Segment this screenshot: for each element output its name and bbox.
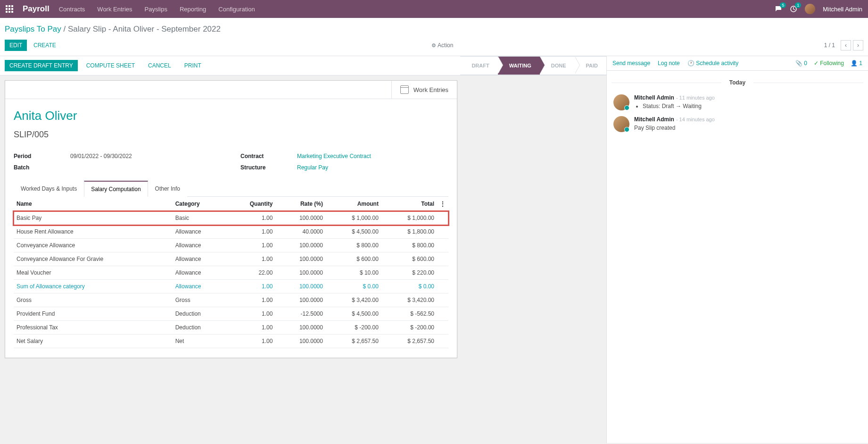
pager-next[interactable]: › <box>853 40 863 50</box>
send-message-button[interactable]: Send message <box>612 60 650 67</box>
message-author[interactable]: Mitchell Admin <box>634 94 674 101</box>
cell-total: $ 600.00 <box>381 252 437 266</box>
employee-name[interactable]: Anita Oliver <box>14 109 448 123</box>
tab-worked-days[interactable]: Worked Days & Inputs <box>14 181 84 197</box>
cell-qty: 1.00 <box>226 307 275 321</box>
cell-total: $ -200.00 <box>381 321 437 335</box>
table-row[interactable]: Professional TaxDeduction1.00100.0000$ -… <box>14 321 448 335</box>
table-row[interactable]: GrossGross1.00100.0000$ 3,420.00$ 3,420.… <box>14 293 448 307</box>
message-avatar[interactable] <box>613 94 629 110</box>
chatter-message: Mitchell Admin- 11 minutes agoStatus: Dr… <box>607 92 868 113</box>
apps-icon[interactable] <box>6 5 13 13</box>
table-options-icon[interactable]: ⋮ <box>437 197 448 211</box>
cell-total: $ 1,800.00 <box>381 225 437 239</box>
status-bar: CREATE DRAFT ENTRY COMPUTE SHEET CANCEL … <box>0 56 606 75</box>
tab-salary-computation[interactable]: Salary Computation <box>84 181 148 197</box>
table-row[interactable]: Provident FundDeduction1.00-12.5000$ 4,5… <box>14 307 448 321</box>
print-button[interactable]: PRINT <box>180 60 206 71</box>
th-quantity[interactable]: Quantity <box>226 197 275 211</box>
navbar-menu: Contracts Work Entries Payslips Reportin… <box>59 6 255 13</box>
table-row[interactable]: Meal VoucherAllowance22.00100.0000$ 10.0… <box>14 266 448 280</box>
edit-button[interactable]: EDIT <box>5 40 27 51</box>
cell-total: $ 2,657.50 <box>381 335 437 348</box>
cell-category: Deduction <box>173 307 227 321</box>
nav-payslips[interactable]: Payslips <box>145 6 167 13</box>
message-avatar[interactable] <box>613 116 629 132</box>
form-sheet: Work Entries Anita Oliver SLIP/005 Perio… <box>5 80 457 358</box>
message-time: - 11 minutes ago <box>676 95 715 101</box>
attachment-count[interactable]: 📎 0 <box>795 60 807 67</box>
cell-total: $ 220.00 <box>381 266 437 280</box>
message-time: - 14 minutes ago <box>676 117 715 122</box>
step-done[interactable]: DONE <box>540 56 575 75</box>
cell-qty: 1.00 <box>226 211 275 225</box>
cell-amount: $ 4,500.00 <box>326 225 381 239</box>
cell-category: Deduction <box>173 321 227 335</box>
period-value: 09/01/2022 - 09/30/2022 <box>70 153 132 159</box>
schedule-activity-button[interactable]: 🕐 Schedule activity <box>687 60 738 67</box>
followers-count[interactable]: 👤 1 <box>851 60 862 67</box>
activity-icon[interactable]: 1 <box>790 5 797 13</box>
step-waiting[interactable]: WAITING <box>498 56 540 75</box>
chatter-panel: Send message Log note 🕐 Schedule activit… <box>606 56 868 443</box>
nav-contracts[interactable]: Contracts <box>59 6 85 13</box>
tab-other-info[interactable]: Other Info <box>148 181 187 197</box>
brand[interactable]: Payroll <box>23 4 50 14</box>
cell-category: Allowance <box>173 225 227 239</box>
action-dropdown[interactable]: Action <box>431 42 453 49</box>
th-name[interactable]: Name <box>14 197 173 211</box>
table-row[interactable]: Conveyance Allowance For GravieAllowance… <box>14 252 448 266</box>
contract-value[interactable]: Marketing Executive Contract <box>297 153 371 159</box>
table-row[interactable]: Basic PayBasic1.00100.0000$ 1,000.00$ 1,… <box>14 211 448 225</box>
table-row[interactable]: Conveyance AllowanceAllowance1.00100.000… <box>14 239 448 252</box>
period-label: Period <box>14 153 70 159</box>
cell-name: Conveyance Allowance <box>14 239 173 252</box>
create-button[interactable]: CREATE <box>29 40 61 51</box>
navbar: Payroll Contracts Work Entries Payslips … <box>0 0 868 18</box>
breadcrumb-parent[interactable]: Payslips To Pay <box>5 25 61 34</box>
cell-category: Allowance <box>173 252 227 266</box>
cell-qty: 1.00 <box>226 239 275 252</box>
th-amount[interactable]: Amount <box>326 197 381 211</box>
user-avatar[interactable] <box>805 4 815 14</box>
compute-sheet-button[interactable]: COMPUTE SHEET <box>82 60 140 71</box>
cell-rate: 40.0000 <box>275 225 326 239</box>
cell-total: $ 800.00 <box>381 239 437 252</box>
cell-name: Net Salary <box>14 335 173 348</box>
message-content: Pay Slip created <box>634 125 861 131</box>
table-row[interactable]: Net SalaryNet1.00100.0000$ 2,657.50$ 2,6… <box>14 335 448 348</box>
pager-prev[interactable]: ‹ <box>841 40 851 50</box>
create-draft-entry-button[interactable]: CREATE DRAFT ENTRY <box>5 60 78 71</box>
work-entries-button[interactable]: Work Entries <box>391 81 457 99</box>
user-name[interactable]: Mitchell Admin <box>823 6 862 13</box>
cell-name: Sum of Allowance category <box>14 280 173 293</box>
cell-total: $ 1,000.00 <box>381 211 437 225</box>
nav-configuration[interactable]: Configuration <box>218 6 255 13</box>
th-rate[interactable]: Rate (%) <box>275 197 326 211</box>
cell-name: Basic Pay <box>14 211 173 225</box>
cell-qty: 1.00 <box>226 321 275 335</box>
cancel-button[interactable]: CANCEL <box>143 60 176 71</box>
table-row[interactable]: House Rent AllowanceAllowance1.0040.0000… <box>14 225 448 239</box>
cell-amount: $ 10.00 <box>326 266 381 280</box>
nav-reporting[interactable]: Reporting <box>180 6 206 13</box>
th-category[interactable]: Category <box>173 197 227 211</box>
cell-name: Professional Tax <box>14 321 173 335</box>
structure-value[interactable]: Regular Pay <box>297 164 328 171</box>
message-author[interactable]: Mitchell Admin <box>634 116 674 123</box>
cell-amount: $ 2,657.50 <box>326 335 381 348</box>
cell-amount: $ 1,000.00 <box>326 211 381 225</box>
th-total[interactable]: Total <box>381 197 437 211</box>
cell-qty: 1.00 <box>226 293 275 307</box>
nav-work-entries[interactable]: Work Entries <box>97 6 132 13</box>
pager-text: 1 / 1 <box>824 42 835 49</box>
discuss-icon[interactable]: 5 <box>775 5 782 13</box>
cell-category: Allowance <box>173 266 227 280</box>
status-steps: DRAFT WAITING DONE PAID <box>460 56 606 75</box>
cell-category: Allowance <box>173 280 227 293</box>
cell-total: $ 0.00 <box>381 280 437 293</box>
following-button[interactable]: ✓ Following <box>814 60 844 67</box>
step-draft[interactable]: DRAFT <box>460 56 497 75</box>
table-row[interactable]: Sum of Allowance categoryAllowance1.0010… <box>14 280 448 293</box>
log-note-button[interactable]: Log note <box>658 60 680 67</box>
